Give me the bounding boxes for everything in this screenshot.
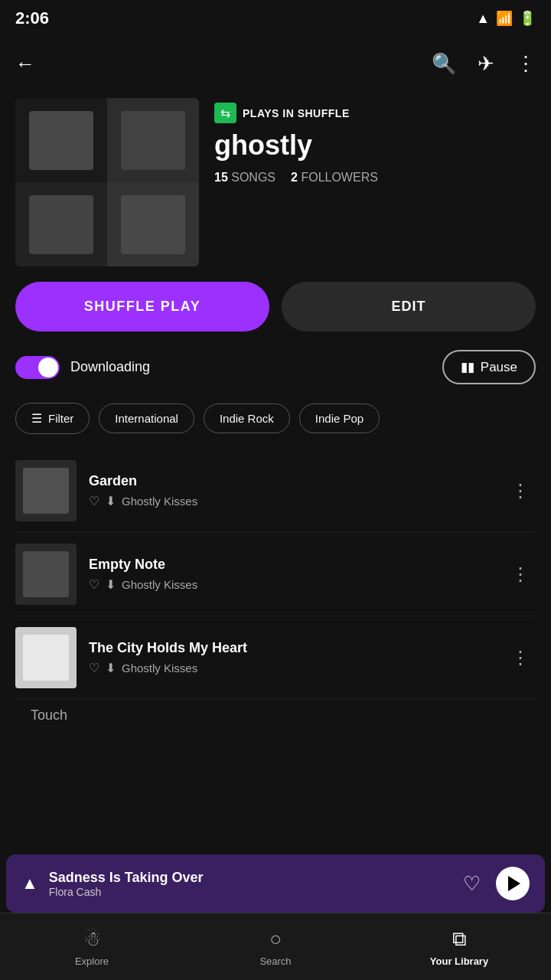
plays-in-shuffle-row: ⇆ PLAYS IN SHUFFLE: [214, 103, 536, 123]
edit-button[interactable]: EDIT: [282, 282, 536, 332]
mini-player-heart-icon[interactable]: ♡: [463, 872, 481, 896]
song-art-garden: [15, 460, 77, 521]
action-buttons: SHUFFLE PLAY EDIT: [0, 282, 551, 332]
indie-pop-label: Indie Pop: [315, 412, 364, 425]
filter-bar: ☰ Filter International Indie Rock Indie …: [0, 403, 551, 434]
mini-player[interactable]: ▲ Sadness Is Taking Over Flora Cash ♡: [6, 854, 545, 913]
filter-icon[interactable]: ✈: [478, 52, 494, 76]
downloading-row: Downloading ▮▮ Pause: [0, 350, 551, 384]
song-title-city: The City Holds My Heart: [89, 640, 493, 656]
song-artist-garden: Ghostly Kisses: [122, 495, 197, 508]
status-time: 2:06: [15, 8, 49, 28]
mini-player-info: Sadness Is Taking Over Flora Cash: [49, 870, 452, 898]
shuffle-badge: ⇆: [214, 103, 236, 123]
filter-chip-indie-rock[interactable]: Indie Rock: [204, 403, 290, 433]
peek-song-row: Touch: [15, 700, 536, 724]
playlist-meta: 15 SONGS 2 FOLLOWERS: [214, 171, 536, 185]
play-triangle-icon: [508, 876, 520, 891]
top-nav: ← 🔍 ✈ ⋮: [0, 37, 551, 90]
song-title-empty-note: Empty Note: [89, 557, 493, 573]
download-icon-garden: ⬇: [106, 494, 116, 508]
search-icon[interactable]: 🔍: [432, 52, 456, 76]
mini-player-controls: ♡: [463, 867, 530, 900]
art-cell-4: [107, 182, 199, 266]
song-more-garden[interactable]: ⋮: [505, 474, 536, 508]
mini-player-chevron[interactable]: ▲: [21, 874, 38, 893]
tab-search[interactable]: ○ Search: [184, 913, 367, 980]
filter-chip-indie-pop[interactable]: Indie Pop: [299, 403, 380, 433]
shuffle-icon: ⇆: [220, 106, 230, 120]
tab-library[interactable]: ⧉ Your Library: [367, 913, 551, 980]
battery-icon: 🔋: [519, 10, 536, 27]
heart-icon-empty-note: ♡: [89, 577, 99, 592]
tab-library-label: Your Library: [430, 956, 488, 967]
downloading-left: Downloading: [15, 356, 150, 379]
tab-search-label: Search: [259, 956, 291, 967]
song-count: 15 SONGS: [214, 171, 276, 185]
status-icons: ▲ 📶 🔋: [476, 10, 536, 27]
library-icon: ⧉: [452, 927, 467, 951]
song-title-garden: Garden: [89, 473, 493, 489]
indie-rock-label: Indie Rock: [220, 412, 274, 425]
pause-icon: ▮▮: [461, 359, 474, 375]
filter-chip-filter[interactable]: ☰ Filter: [15, 403, 90, 434]
plays-in-shuffle-label: PLAYS IN SHUFFLE: [243, 107, 350, 119]
song-artist-city: Ghostly Kisses: [122, 662, 197, 675]
song-art-city: [15, 627, 77, 688]
back-button[interactable]: ←: [15, 52, 35, 76]
song-more-empty-note[interactable]: ⋮: [505, 557, 536, 591]
playlist-title: ghostly: [214, 129, 536, 162]
art-cell-1: [15, 98, 107, 182]
bottom-tabs: ☃ Explore ○ Search ⧉ Your Library: [0, 913, 551, 980]
tab-explore[interactable]: ☃ Explore: [0, 913, 184, 980]
song-info-empty-note: Empty Note ♡ ⬇ Ghostly Kisses: [89, 557, 493, 592]
nav-right: 🔍 ✈ ⋮: [432, 52, 536, 76]
more-icon[interactable]: ⋮: [516, 52, 536, 76]
art-cell-3: [15, 182, 107, 266]
filter-lines-icon: ☰: [31, 411, 42, 426]
song-more-city[interactable]: ⋮: [505, 641, 536, 675]
mini-player-title: Sadness Is Taking Over: [49, 870, 452, 886]
song-info-city: The City Holds My Heart ♡ ⬇ Ghostly Kiss…: [89, 640, 493, 675]
header-section: ⇆ PLAYS IN SHUFFLE ghostly 15 SONGS 2 FO…: [0, 90, 551, 282]
toggle-knob: [38, 358, 58, 377]
download-icon-empty-note: ⬇: [106, 577, 116, 592]
download-toggle[interactable]: [15, 356, 60, 379]
shuffle-play-button[interactable]: SHUFFLE PLAY: [15, 282, 269, 332]
song-info-garden: Garden ♡ ⬇ Ghostly Kisses: [89, 473, 493, 508]
song-meta-garden: ♡ ⬇ Ghostly Kisses: [89, 494, 493, 508]
signal-icon: 📶: [496, 10, 513, 27]
pause-label: Pause: [481, 360, 517, 375]
peek-song-title: Touch: [31, 707, 67, 723]
playlist-info: ⇆ PLAYS IN SHUFFLE ghostly 15 SONGS 2 FO…: [214, 98, 536, 185]
song-meta-empty-note: ♡ ⬇ Ghostly Kisses: [89, 577, 493, 592]
downloading-label: Downloading: [70, 359, 150, 375]
international-label: International: [115, 412, 178, 425]
explore-icon: ☃: [83, 927, 101, 951]
art-cell-2: [107, 98, 199, 182]
filter-chip-international[interactable]: International: [99, 403, 194, 433]
search-tab-icon: ○: [269, 927, 282, 951]
song-item-city: The City Holds My Heart ♡ ⬇ Ghostly Kiss…: [15, 616, 536, 700]
song-item-garden: Garden ♡ ⬇ Ghostly Kisses ⋮: [15, 449, 536, 533]
filter-chip-label: Filter: [48, 412, 73, 425]
album-art-grid: [15, 98, 199, 266]
follower-count: 2 FOLLOWERS: [291, 171, 378, 185]
mini-player-play-button[interactable]: [496, 867, 530, 900]
status-bar: 2:06 ▲ 📶 🔋: [0, 0, 551, 37]
song-art-empty-note: [15, 544, 77, 605]
mini-player-artist: Flora Cash: [49, 886, 452, 898]
tab-explore-label: Explore: [75, 956, 109, 967]
song-artist-empty-note: Ghostly Kisses: [122, 578, 197, 591]
song-list: Garden ♡ ⬇ Ghostly Kisses ⋮ Empty Note ♡…: [0, 449, 551, 724]
nav-left: ←: [15, 52, 35, 76]
wifi-icon: ▲: [476, 11, 490, 27]
download-icon-city: ⬇: [106, 661, 116, 675]
song-meta-city: ♡ ⬇ Ghostly Kisses: [89, 661, 493, 675]
pause-button[interactable]: ▮▮ Pause: [442, 350, 536, 384]
heart-icon-city: ♡: [89, 661, 99, 675]
song-item-empty-note: Empty Note ♡ ⬇ Ghostly Kisses ⋮: [15, 533, 536, 616]
heart-icon-garden: ♡: [89, 494, 99, 508]
